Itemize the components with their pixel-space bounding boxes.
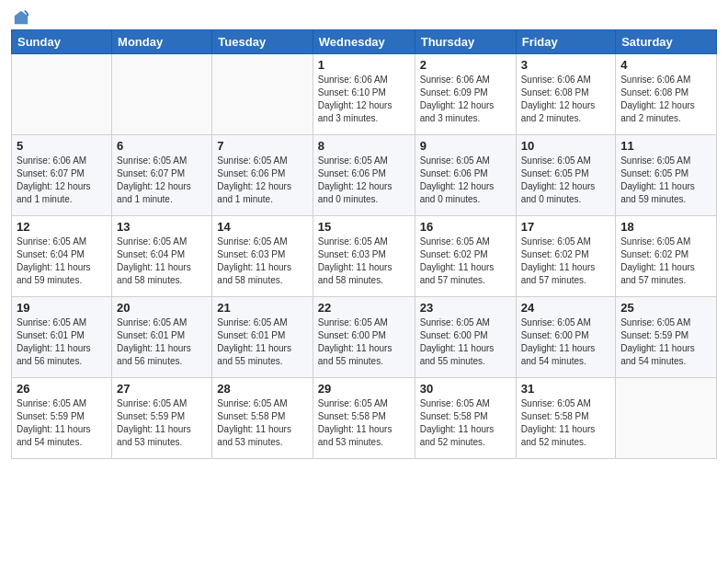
weekday-header-row: SundayMondayTuesdayWednesdayThursdayFrid… <box>12 30 717 54</box>
calendar-cell: 22Sunrise: 6:05 AM Sunset: 6:00 PM Dayli… <box>313 297 415 378</box>
weekday-header-saturday: Saturday <box>616 30 717 54</box>
day-number: 27 <box>117 382 207 396</box>
calendar-cell: 20Sunrise: 6:05 AM Sunset: 6:01 PM Dayli… <box>112 297 212 378</box>
day-info: Sunrise: 6:05 AM Sunset: 6:07 PM Dayligh… <box>117 155 207 206</box>
day-number: 12 <box>17 220 107 234</box>
day-number: 9 <box>420 139 511 153</box>
day-number: 3 <box>521 58 611 72</box>
calendar-cell: 14Sunrise: 6:05 AM Sunset: 6:03 PM Dayli… <box>212 216 313 297</box>
day-info: Sunrise: 6:05 AM Sunset: 6:00 PM Dayligh… <box>318 316 410 368</box>
day-number: 17 <box>521 220 611 234</box>
day-info: Sunrise: 6:05 AM Sunset: 5:59 PM Dayligh… <box>17 397 107 449</box>
calendar-cell: 28Sunrise: 6:05 AM Sunset: 5:58 PM Dayli… <box>212 378 313 459</box>
day-info: Sunrise: 6:05 AM Sunset: 6:00 PM Dayligh… <box>420 316 511 368</box>
day-number: 23 <box>420 301 511 315</box>
day-info: Sunrise: 6:05 AM Sunset: 5:59 PM Dayligh… <box>117 397 207 449</box>
calendar-cell: 25Sunrise: 6:05 AM Sunset: 5:59 PM Dayli… <box>616 297 717 378</box>
day-info: Sunrise: 6:05 AM Sunset: 6:04 PM Dayligh… <box>117 236 207 287</box>
weekday-header-sunday: Sunday <box>12 30 112 54</box>
day-number: 7 <box>217 139 307 153</box>
calendar-cell <box>616 378 717 459</box>
header <box>11 9 717 22</box>
day-number: 5 <box>17 139 107 153</box>
calendar-cell: 15Sunrise: 6:05 AM Sunset: 6:03 PM Dayli… <box>313 216 415 297</box>
day-number: 10 <box>521 139 611 153</box>
calendar-cell: 7Sunrise: 6:05 AM Sunset: 6:06 PM Daylig… <box>212 135 313 216</box>
day-number: 19 <box>17 301 107 315</box>
day-number: 20 <box>117 301 207 315</box>
calendar-cell: 2Sunrise: 6:06 AM Sunset: 6:09 PM Daylig… <box>415 54 516 135</box>
day-info: Sunrise: 6:05 AM Sunset: 5:58 PM Dayligh… <box>521 397 611 449</box>
day-number: 21 <box>217 301 307 315</box>
day-number: 15 <box>318 220 410 234</box>
day-info: Sunrise: 6:05 AM Sunset: 5:59 PM Dayligh… <box>620 316 711 368</box>
day-info: Sunrise: 6:06 AM Sunset: 6:09 PM Dayligh… <box>420 74 511 125</box>
day-info: Sunrise: 6:05 AM Sunset: 6:06 PM Dayligh… <box>318 155 410 206</box>
calendar-cell: 10Sunrise: 6:05 AM Sunset: 6:05 PM Dayli… <box>516 135 616 216</box>
day-info: Sunrise: 6:05 AM Sunset: 6:06 PM Dayligh… <box>217 155 307 206</box>
day-number: 24 <box>521 301 611 315</box>
day-info: Sunrise: 6:06 AM Sunset: 6:08 PM Dayligh… <box>521 74 611 125</box>
day-number: 28 <box>217 382 307 396</box>
day-info: Sunrise: 6:05 AM Sunset: 6:02 PM Dayligh… <box>420 236 511 287</box>
calendar-cell: 31Sunrise: 6:05 AM Sunset: 5:58 PM Dayli… <box>516 378 616 459</box>
calendar-cell: 27Sunrise: 6:05 AM Sunset: 5:59 PM Dayli… <box>112 378 212 459</box>
day-number: 29 <box>318 382 410 396</box>
calendar-cell: 19Sunrise: 6:05 AM Sunset: 6:01 PM Dayli… <box>12 297 112 378</box>
day-number: 26 <box>17 382 107 396</box>
weekday-header-thursday: Thursday <box>415 30 516 54</box>
weekday-header-friday: Friday <box>516 30 616 54</box>
calendar-cell: 1Sunrise: 6:06 AM Sunset: 6:10 PM Daylig… <box>313 54 415 135</box>
day-number: 22 <box>318 301 410 315</box>
day-info: Sunrise: 6:06 AM Sunset: 6:07 PM Dayligh… <box>17 155 107 206</box>
day-number: 8 <box>318 139 410 153</box>
day-info: Sunrise: 6:05 AM Sunset: 6:05 PM Dayligh… <box>521 155 611 206</box>
calendar-cell: 16Sunrise: 6:05 AM Sunset: 6:02 PM Dayli… <box>415 216 516 297</box>
day-number: 31 <box>521 382 611 396</box>
day-info: Sunrise: 6:05 AM Sunset: 6:02 PM Dayligh… <box>521 236 611 287</box>
calendar-cell <box>212 54 313 135</box>
logo <box>11 9 29 22</box>
day-info: Sunrise: 6:05 AM Sunset: 6:01 PM Dayligh… <box>217 316 307 368</box>
calendar-cell <box>112 54 212 135</box>
calendar-cell: 23Sunrise: 6:05 AM Sunset: 6:00 PM Dayli… <box>415 297 516 378</box>
day-info: Sunrise: 6:05 AM Sunset: 6:04 PM Dayligh… <box>17 236 107 287</box>
day-info: Sunrise: 6:05 AM Sunset: 5:58 PM Dayligh… <box>420 397 511 449</box>
calendar-cell: 29Sunrise: 6:05 AM Sunset: 5:58 PM Dayli… <box>313 378 415 459</box>
calendar-cell: 9Sunrise: 6:05 AM Sunset: 6:06 PM Daylig… <box>415 135 516 216</box>
day-info: Sunrise: 6:05 AM Sunset: 6:06 PM Dayligh… <box>420 155 511 206</box>
calendar-cell: 18Sunrise: 6:05 AM Sunset: 6:02 PM Dayli… <box>616 216 717 297</box>
calendar-cell: 3Sunrise: 6:06 AM Sunset: 6:08 PM Daylig… <box>516 54 616 135</box>
day-number: 25 <box>620 301 711 315</box>
calendar-cell: 5Sunrise: 6:06 AM Sunset: 6:07 PM Daylig… <box>12 135 112 216</box>
day-number: 13 <box>117 220 207 234</box>
day-info: Sunrise: 6:05 AM Sunset: 6:03 PM Dayligh… <box>318 236 410 287</box>
calendar-cell: 12Sunrise: 6:05 AM Sunset: 6:04 PM Dayli… <box>12 216 112 297</box>
day-number: 16 <box>420 220 511 234</box>
calendar-cell <box>12 54 112 135</box>
calendar-cell: 4Sunrise: 6:06 AM Sunset: 6:08 PM Daylig… <box>616 54 717 135</box>
weekday-header-monday: Monday <box>112 30 212 54</box>
calendar-cell: 26Sunrise: 6:05 AM Sunset: 5:59 PM Dayli… <box>12 378 112 459</box>
calendar-cell: 21Sunrise: 6:05 AM Sunset: 6:01 PM Dayli… <box>212 297 313 378</box>
day-number: 11 <box>620 139 711 153</box>
calendar-cell: 17Sunrise: 6:05 AM Sunset: 6:02 PM Dayli… <box>516 216 616 297</box>
week-row-2: 5Sunrise: 6:06 AM Sunset: 6:07 PM Daylig… <box>12 135 717 216</box>
week-row-5: 26Sunrise: 6:05 AM Sunset: 5:59 PM Dayli… <box>12 378 717 459</box>
day-info: Sunrise: 6:05 AM Sunset: 5:58 PM Dayligh… <box>318 397 410 449</box>
day-number: 6 <box>117 139 207 153</box>
day-info: Sunrise: 6:06 AM Sunset: 6:08 PM Dayligh… <box>620 74 711 125</box>
day-info: Sunrise: 6:05 AM Sunset: 6:01 PM Dayligh… <box>117 316 207 368</box>
day-info: Sunrise: 6:05 AM Sunset: 6:03 PM Dayligh… <box>217 236 307 287</box>
week-row-4: 19Sunrise: 6:05 AM Sunset: 6:01 PM Dayli… <box>12 297 717 378</box>
calendar-table: SundayMondayTuesdayWednesdayThursdayFrid… <box>11 29 717 459</box>
day-number: 4 <box>620 58 711 72</box>
day-info: Sunrise: 6:05 AM Sunset: 6:05 PM Dayligh… <box>620 155 711 206</box>
weekday-header-tuesday: Tuesday <box>212 30 313 54</box>
calendar-cell: 30Sunrise: 6:05 AM Sunset: 5:58 PM Dayli… <box>415 378 516 459</box>
day-number: 2 <box>420 58 511 72</box>
logo-icon <box>13 9 29 26</box>
day-info: Sunrise: 6:05 AM Sunset: 6:00 PM Dayligh… <box>521 316 611 368</box>
day-number: 30 <box>420 382 511 396</box>
calendar-cell: 24Sunrise: 6:05 AM Sunset: 6:00 PM Dayli… <box>516 297 616 378</box>
